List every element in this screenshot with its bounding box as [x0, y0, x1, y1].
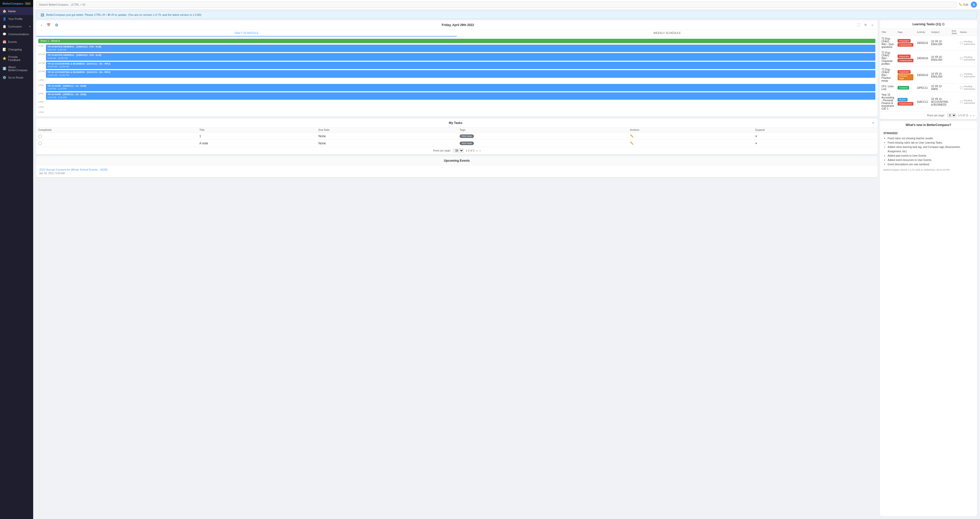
whats-new-card: What's new in BetterCompass? 07/04/2022 … [880, 121, 977, 516]
sidebar-item-communications[interactable]: 💬 Communications [0, 30, 33, 38]
chevron-down-icon: ▾ [29, 25, 30, 28]
lt-due-date [950, 84, 958, 92]
list-item: Fixed missing rubric tab on User Learnin… [888, 141, 974, 145]
task-toggle[interactable] [38, 134, 42, 138]
sidebar-item-curriculum[interactable]: 📋 Curriculum ▾ [0, 23, 33, 30]
time-events: YR 10 MATHS GENERAL - (10MAG12 - P10 - K… [46, 53, 875, 60]
settings-icon[interactable]: ⚙️ [54, 23, 59, 27]
lt-rows-select[interactable]: 5 [947, 113, 956, 117]
schedule-event[interactable]: YR 10 MATHS GENERAL - (10MAG12 - P10 - K… [46, 44, 875, 52]
week-label: Week 1 - Week A [38, 39, 875, 43]
time-events: YR 10 ACCOUNTING & BUSINESS - (10ACC11 -… [46, 62, 875, 69]
add-task-button[interactable]: + [872, 121, 874, 125]
sidebar-label-feedback: Provide Feedback [8, 56, 30, 62]
col-completed: Completed [36, 127, 197, 133]
schedule-event[interactable]: YR 10 MATHS GENERAL - (10MAG12 - P10 - K… [46, 53, 875, 60]
time-row: 5 PM [36, 105, 877, 110]
lt-title: Year 10 Accounting - Personal Finance & … [880, 92, 896, 112]
event-date: Apr 28, 2022, 9:00 AM [39, 172, 874, 175]
whats-new-date: 07/04/2022 [883, 132, 974, 135]
rows-per-page-select[interactable]: 10 [453, 148, 464, 153]
status-circle [960, 41, 963, 44]
sidebar-item-about[interactable]: ℹ️ About BetterCompass [0, 63, 33, 74]
expand-icon[interactable]: ▾ [756, 134, 757, 138]
time-events: YR 10 HAPE - (10PEC11 - A2 - EXM) 2:25 P… [46, 92, 875, 100]
sidebar-item-events[interactable]: 📅 Events [0, 38, 33, 46]
sidebar-item-profile[interactable]: 👤 Your Profile [0, 15, 33, 23]
sidebar-label-home: Home [8, 10, 30, 13]
whats-new-list: Fixed rubric not showing teacher results… [883, 136, 974, 167]
lt-prev-btn[interactable]: ‹ [970, 114, 971, 117]
task-title: 1 [197, 133, 317, 140]
time-events: YR 10 MATHS GENERAL - (10MAG12 - P10 - K… [46, 44, 875, 52]
prev-page-btn[interactable]: ‹ [476, 149, 477, 152]
tab-weekly-schedule[interactable]: WEEKLY SCHEDULE [457, 30, 877, 37]
fullscreen-icon[interactable]: ⛶ [856, 23, 861, 27]
lt-title: T2 Eng - CFA#2 R&J - Character profiles [880, 50, 896, 67]
schedule-prev-btn[interactable]: ‹ [39, 22, 44, 27]
home-icon: 🏠 [3, 10, 6, 13]
schedule-event[interactable]: YR 10 ACCOUNTING & BUSINESS - (10ACC11 -… [46, 70, 875, 78]
lt-subject: 10 YR 10 ACCOUNTING & BUSINESS [929, 92, 950, 112]
profile-icon: 👤 [3, 17, 6, 21]
lt-status: Pending submission [958, 36, 977, 50]
table-row: T2 Eng - CFA#3 R&J - Practice essay Impo… [880, 67, 977, 84]
schedule-event[interactable]: YR 10 HAPE - (10PEC11 - A2 - EXM) 1:35 P… [46, 84, 875, 91]
task-toggle[interactable] [38, 141, 42, 145]
about-icon: ℹ️ [3, 67, 6, 70]
schedule-next-btn[interactable]: › [870, 22, 874, 27]
changelog-icon: 📝 [3, 48, 6, 51]
sidebar-label-profile: Your Profile [8, 17, 30, 21]
next-page-btn[interactable]: › [479, 149, 480, 152]
learning-tasks-header: Learning Tasks (11) ⓘ [880, 21, 977, 29]
edit-icon[interactable]: ✏️ [630, 134, 634, 138]
event-time: 9:00 AM - 9:40 AM [48, 48, 874, 51]
edit-icon[interactable]: ✏️ [630, 141, 634, 145]
event-time: 9:40 AM - 10:30 AM [48, 57, 874, 60]
lt-next-btn[interactable]: › [974, 114, 974, 117]
col-expand: Expand [753, 127, 877, 133]
event-title: YR 10 HAPE - (10PEC11 - A2 - EXM) [48, 85, 874, 88]
lt-col-due-date: Due Date [950, 29, 958, 36]
avatar[interactable]: S [971, 2, 977, 8]
sidebar-item-home[interactable]: 🏠 Home [0, 7, 33, 15]
time-label: 9 AM [38, 44, 46, 47]
time-label: 3 PM [38, 92, 46, 95]
time-label: 6 PM [38, 111, 46, 113]
schedule-event[interactable]: YR 10 HAPE - (10PEC11 - A2 - EXM) 2:25 P… [46, 92, 875, 100]
sidebar-label-about: About BetterCompass [8, 65, 30, 71]
sidebar-item-feedback[interactable]: ⭐ Provide Feedback [0, 53, 33, 63]
lt-subject: 10 YR 10 ENGLISH [929, 67, 950, 84]
schedule-event[interactable]: YR 10 ACCOUNTING & BUSINESS - (10ACC11 -… [46, 62, 875, 69]
learning-tasks-title: Learning Tasks (11) [912, 22, 941, 26]
schedule-tabs: DAILY SCHEDULE WEEKLY SCHEDULE [36, 30, 877, 37]
info-icon[interactable]: ⓘ [942, 23, 945, 26]
table-row: 1 None Rich Note ✏️ ▾ [36, 133, 877, 140]
app-env: Dev [25, 2, 31, 5]
sidebar-item-changelog[interactable]: 📝 Changelog [0, 46, 33, 53]
calendar-icon[interactable]: 📅 [46, 23, 52, 27]
table-row: T2 Eng - CFA#1 R&J - Quiz questions Impo… [880, 36, 977, 50]
sidebar-label-changelog: Changelog [8, 48, 30, 51]
event-time: 11:55 AM - 12:45 PM [48, 74, 874, 77]
tab-daily-schedule[interactable]: DAILY SCHEDULE [36, 30, 457, 37]
edit-button[interactable]: ✏️ Edit [959, 3, 968, 6]
event-link[interactable]: 2022 Annual Consent for Whole School Eve… [39, 168, 107, 171]
sidebar-item-route[interactable]: ⚙️ Go to Route [0, 74, 33, 81]
lt-subject: 10 YR 10 ENGLISH [929, 36, 950, 50]
lt-due-date [950, 67, 958, 84]
lt-tag: Important [897, 70, 910, 74]
tasks-title: My Tasks [39, 121, 872, 125]
search-input[interactable] [36, 2, 957, 8]
whats-new-title: What's new in BetterCompass? [880, 121, 977, 129]
time-label: 10 AM [38, 53, 46, 56]
schedule-body: Week 1 - Week A 9 AM YR 10 MATHS GENERAL… [36, 37, 877, 117]
schedule-header: ‹ 📅 ⚙️ Friday, April 29th 2022 ⛶ ↻ › [36, 21, 877, 30]
lt-title: T2 Eng - CFA#1 R&J - Quiz questions [880, 36, 896, 50]
whats-new-body: 07/04/2022 Fixed rubric not showing teac… [880, 129, 977, 174]
col-due-date: Due Date [317, 127, 458, 133]
upcoming-events-card: Upcoming Events 2022 Annual Consent for … [36, 156, 877, 177]
refresh-icon[interactable]: ↻ [863, 23, 868, 27]
time-row: 12 PM YR 10 ACCOUNTING & BUSINESS - (10A… [36, 70, 877, 78]
expand-icon[interactable]: ▾ [756, 141, 757, 145]
